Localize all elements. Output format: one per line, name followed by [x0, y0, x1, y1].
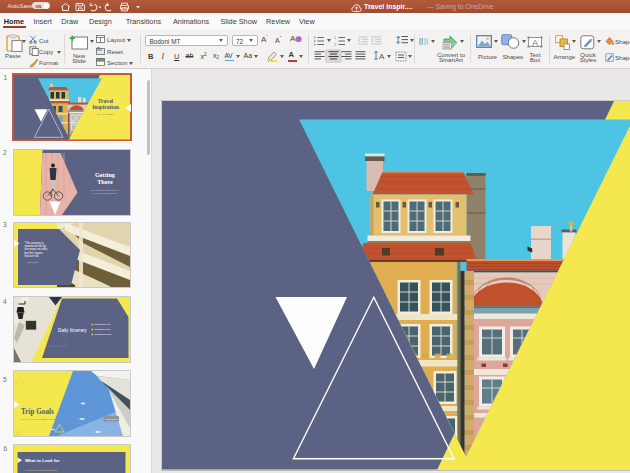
svg-text:2: 2: [334, 41, 337, 45]
svg-text:Trip Goals: Trip Goals: [21, 408, 54, 416]
svg-text:Destination one: Destination one: [94, 323, 111, 325]
svg-text:WHAT WE WANT TO SEE AND DO: WHAT WE WANT TO SEE AND DO: [21, 418, 56, 420]
svg-text:• Consider booking flights ea: • Consider booking flights early: [25, 469, 58, 472]
svg-text:A: A: [379, 52, 385, 61]
svg-text:Travel: Travel: [97, 98, 113, 104]
svg-text:Photo credit: Photo credit: [105, 418, 117, 420]
svg-text:1: 1: [334, 36, 337, 40]
svg-text:Getting: Getting: [95, 170, 116, 177]
svg-text:that we tell.: that we tell.: [24, 254, 39, 258]
svg-text:—UNKNOWN: —UNKNOWN: [24, 261, 38, 263]
svg-text:A: A: [532, 37, 538, 47]
svg-text:BY ANNA BURNS: BY ANNA BURNS: [97, 113, 115, 115]
svg-text:so we all routes the tends do: so we all routes the tends do: [92, 191, 116, 193]
svg-text:Daily Itinerary: Daily Itinerary: [58, 328, 87, 333]
svg-text:Inspiration: Inspiration: [92, 104, 120, 110]
svg-text:There: There: [97, 177, 113, 184]
svg-text:What to Look for: What to Look for: [25, 458, 60, 463]
svg-text:Destination two: Destination two: [94, 328, 110, 330]
svg-text:Destination three: Destination three: [94, 333, 112, 335]
